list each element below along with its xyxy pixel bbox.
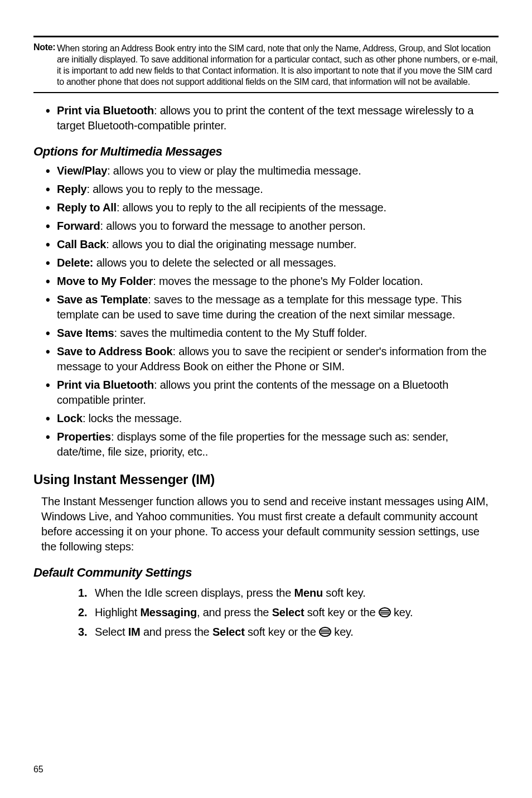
list-item: Call Back: allows you to dial the origin… <box>46 237 499 252</box>
step-text: When the Idle screen displays, press the <box>95 587 294 599</box>
step-bold: Menu <box>294 587 323 599</box>
step-bold: IM <box>128 626 141 638</box>
bullet-description: : displays some of the file properties f… <box>57 431 448 458</box>
im-paragraph: The Instant Messenger function allows yo… <box>41 494 493 554</box>
bullet-term: Save to Address Book <box>57 345 173 357</box>
bullet-description: allows you to delete the selected or all… <box>93 257 336 269</box>
bullet-description: : moves the message to the phone's My Fo… <box>153 275 423 287</box>
bullet-term: Reply <box>57 183 86 195</box>
step-bold: Select <box>272 606 304 618</box>
list-item: Print via Bluetooth: allows you to print… <box>46 103 499 133</box>
note-label: Note: <box>33 42 55 52</box>
horizontal-rule-bottom <box>33 92 499 93</box>
step-bold: Select <box>212 626 245 638</box>
steps-list: When the Idle screen displays, press the… <box>33 586 499 640</box>
step-text: and press the <box>141 626 212 638</box>
bullet-term: View/Play <box>57 165 107 177</box>
step-text: Select <box>95 626 128 638</box>
bullet-term: Print via Bluetooth <box>57 104 154 117</box>
bullet-term: Forward <box>57 220 100 232</box>
bullet-term: Print via Bluetooth <box>57 379 154 391</box>
list-item: Reply to All: allows you to reply to the… <box>46 200 499 215</box>
step-bold: Messaging <box>140 606 197 618</box>
step-item: When the Idle screen displays, press the… <box>78 586 499 601</box>
bullet-term: Call Back <box>57 238 106 250</box>
bullet-description: : allows you to reply to the message. <box>86 183 263 195</box>
step-item: Select IM and press the Select soft key … <box>78 625 499 640</box>
bullet-term: Move to My Folder <box>57 275 153 287</box>
step-text: Highlight <box>95 606 140 618</box>
multimedia-options-list: View/Play: allows you to view or play th… <box>33 163 499 460</box>
note-body: When storing an Address Book entry into … <box>33 43 499 88</box>
bullet-description: : allows you to dial the originating mes… <box>106 238 356 250</box>
heading-using-im: Using Instant Messenger (IM) <box>33 471 499 489</box>
list-item: Save as Template: saves to the message a… <box>46 292 499 322</box>
bullet-description: : allows you to view or play the multime… <box>107 165 361 177</box>
bullet-term: Reply to All <box>57 201 117 214</box>
page-number: 65 <box>33 763 43 776</box>
step-text: soft key or the <box>245 626 319 638</box>
step-text: , and press the <box>197 606 272 618</box>
list-item: View/Play: allows you to view or play th… <box>46 163 499 178</box>
bullet-term: Save Items <box>57 327 114 339</box>
list-item: Forward: allows you to forward the messa… <box>46 219 499 234</box>
list-item: Print via Bluetooth: allows you print th… <box>46 378 499 408</box>
step-text: key. <box>331 626 354 638</box>
bullet-description: : allows you to reply to the all recipie… <box>117 201 386 214</box>
bullet-term: Save as Template <box>57 293 148 306</box>
list-item: Save to Address Book: allows you to save… <box>46 344 499 374</box>
list-item: Move to My Folder: moves the message to … <box>46 274 499 289</box>
step-text: key. <box>391 606 413 618</box>
ok-key-icon <box>319 626 331 638</box>
bullet-description: : locks the message. <box>83 412 182 424</box>
horizontal-rule-top <box>33 36 499 37</box>
bullet-term: Lock <box>57 412 83 424</box>
list-item: Reply: allows you to reply to the messag… <box>46 182 499 197</box>
list-item: Delete: allows you to delete the selecte… <box>46 255 499 270</box>
top-bullet-list: Print via Bluetooth: allows you to print… <box>33 103 499 133</box>
note-block: Note: When storing an Address Book entry… <box>33 42 499 88</box>
step-item: Highlight Messaging, and press the Selec… <box>78 605 499 620</box>
ok-key-icon <box>379 606 391 618</box>
bullet-term: Properties <box>57 431 111 443</box>
step-text: soft key or the <box>304 606 378 618</box>
heading-options-multimedia: Options for Multimedia Messages <box>33 143 499 160</box>
list-item: Lock: locks the message. <box>46 411 499 426</box>
list-item: Save Items: saves the multimedia content… <box>46 326 499 341</box>
step-text: soft key. <box>323 587 366 599</box>
heading-default-community: Default Community Settings <box>33 564 499 581</box>
list-item: Properties: displays some of the file pr… <box>46 429 499 460</box>
bullet-description: : saves the multimedia content to the My… <box>114 327 367 339</box>
bullet-description: : allows you to forward the message to a… <box>100 220 366 232</box>
bullet-term: Delete: <box>57 257 93 269</box>
